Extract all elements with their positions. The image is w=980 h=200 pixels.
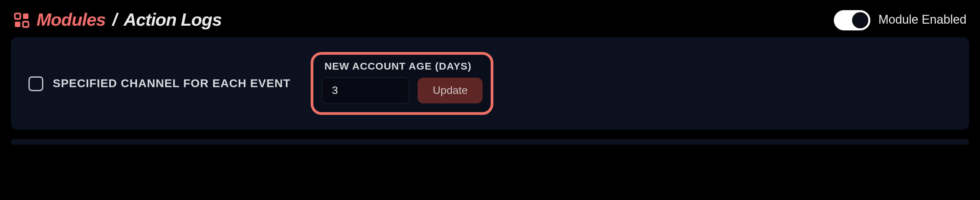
specified-channel-label: SPECIFIED CHANNEL FOR EACH EVENT — [53, 77, 291, 90]
module-enabled-toggle[interactable] — [834, 10, 870, 30]
update-button[interactable]: Update — [418, 78, 482, 103]
next-card-peek — [11, 139, 969, 145]
breadcrumb-root[interactable]: Modules — [37, 9, 106, 30]
svg-rect-3 — [23, 21, 29, 27]
specified-channel-checkbox[interactable] — [29, 76, 43, 91]
toggle-knob — [852, 12, 868, 28]
breadcrumb-separator: / — [112, 9, 117, 30]
module-toggle-wrap: Module Enabled — [834, 10, 966, 30]
account-age-row: Update — [322, 77, 482, 104]
svg-rect-1 — [23, 13, 29, 19]
settings-card: SPECIFIED CHANNEL FOR EACH EVENT NEW ACC… — [11, 37, 969, 130]
breadcrumb-current: Action Logs — [124, 9, 221, 30]
module-enabled-label: Module Enabled — [878, 13, 966, 27]
account-age-input[interactable] — [322, 77, 410, 104]
svg-rect-2 — [15, 21, 20, 27]
breadcrumb: Modules / Action Logs — [14, 9, 222, 30]
svg-rect-0 — [15, 13, 20, 19]
account-age-highlight: NEW ACCOUNT AGE (DAYS) Update — [311, 52, 493, 115]
specified-channel-group: SPECIFIED CHANNEL FOR EACH EVENT — [29, 76, 291, 91]
modules-icon — [14, 12, 30, 28]
account-age-label: NEW ACCOUNT AGE (DAYS) — [322, 60, 482, 72]
header-row: Modules / Action Logs Module Enabled — [11, 0, 969, 37]
